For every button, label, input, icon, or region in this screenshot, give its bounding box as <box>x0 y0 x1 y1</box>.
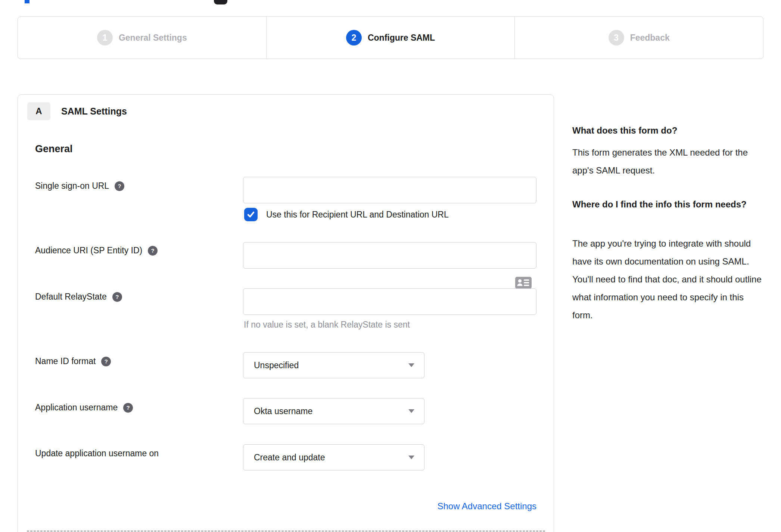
help-icon[interactable]: ? <box>101 357 111 366</box>
step-feedback[interactable]: 3 Feedback <box>514 17 763 59</box>
dashed-divider <box>27 531 545 532</box>
saml-settings-card: A SAML Settings General Single sign-on U… <box>18 94 554 532</box>
section-badge-a: A <box>27 102 50 120</box>
checkmark-icon <box>246 210 256 219</box>
cropped-icon-remnant <box>214 0 227 4</box>
update-app-username-select[interactable]: Create and update <box>243 444 424 470</box>
update-app-username-label-text: Update application username on <box>35 448 159 459</box>
sso-url-label: Single sign-on URL ? <box>35 181 124 191</box>
cropped-title-accent <box>25 0 29 3</box>
section-title: SAML Settings <box>61 102 127 120</box>
help-icon[interactable]: ? <box>112 292 122 302</box>
help-body-what: This form generates the XML needed for t… <box>572 144 761 179</box>
audience-uri-label-text: Audience URI (SP Entity ID) <box>35 245 142 256</box>
application-username-select[interactable]: Okta username <box>243 398 424 424</box>
sso-url-label-text: Single sign-on URL <box>35 181 109 191</box>
default-relaystate-label-text: Default RelayState <box>35 292 107 302</box>
name-id-format-value: Unspecified <box>254 360 408 370</box>
relaystate-helper-text: If no value is set, a blank RelayState i… <box>244 320 410 330</box>
application-username-label-text: Application username <box>35 403 118 413</box>
help-body-where: The app you're trying to integrate with … <box>572 235 766 324</box>
update-app-username-value: Create and update <box>254 453 408 463</box>
step-label: Feedback <box>630 33 670 43</box>
step-number-badge: 1 <box>97 30 113 46</box>
contact-card-icon[interactable] <box>515 277 532 289</box>
sso-url-input[interactable] <box>243 177 536 203</box>
name-id-format-label: Name ID format ? <box>35 356 111 366</box>
help-icon[interactable]: ? <box>115 181 124 191</box>
show-advanced-settings-link[interactable]: Show Advanced Settings <box>243 501 536 511</box>
chevron-down-icon <box>408 456 414 459</box>
default-relaystate-input[interactable] <box>243 288 536 315</box>
recipient-url-checkbox[interactable] <box>244 208 258 221</box>
default-relaystate-label: Default RelayState ? <box>35 292 122 302</box>
help-heading-where: Where do I find the info this form needs… <box>572 196 752 213</box>
update-app-username-label: Update application username on <box>35 448 159 459</box>
recipient-url-checkbox-label: Use this for Recipient URL and Destinati… <box>266 208 449 221</box>
audience-uri-input[interactable] <box>243 242 536 269</box>
step-label: General Settings <box>119 33 187 43</box>
audience-uri-label: Audience URI (SP Entity ID) ? <box>35 245 158 256</box>
help-icon[interactable]: ? <box>123 403 133 413</box>
help-icon[interactable]: ? <box>148 246 158 256</box>
name-id-format-label-text: Name ID format <box>35 356 96 366</box>
step-general-settings[interactable]: 1 General Settings <box>18 17 266 59</box>
step-label: Configure SAML <box>368 33 435 43</box>
step-number-badge: 3 <box>609 30 624 46</box>
chevron-down-icon <box>408 363 414 367</box>
application-username-label: Application username ? <box>35 403 133 413</box>
step-number-badge: 2 <box>346 30 362 46</box>
wizard-stepper: 1 General Settings 2 Configure SAML 3 Fe… <box>18 16 763 59</box>
step-configure-saml[interactable]: 2 Configure SAML <box>266 17 515 59</box>
help-heading-what: What does this form do? <box>572 122 761 139</box>
application-username-value: Okta username <box>254 406 408 416</box>
name-id-format-select[interactable]: Unspecified <box>243 352 424 378</box>
group-title-general: General <box>35 143 73 155</box>
chevron-down-icon <box>408 409 414 413</box>
